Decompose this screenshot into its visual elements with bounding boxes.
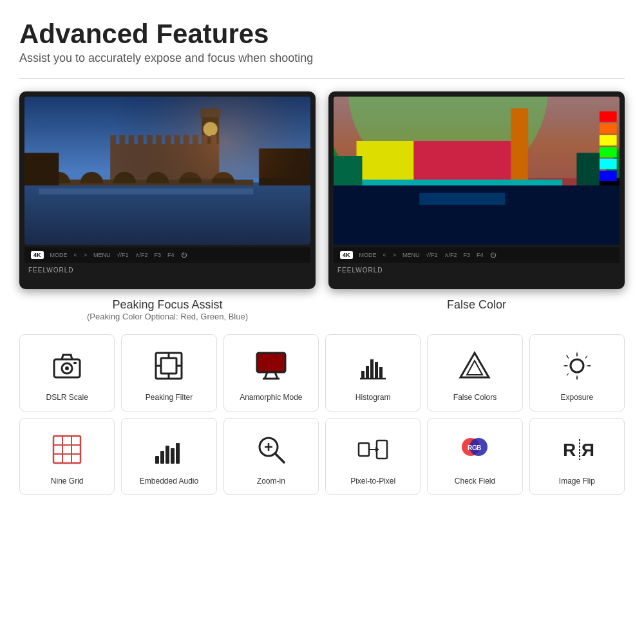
feature-nine-grid: Nine Grid — [19, 418, 115, 495]
monitor-left-block: 4K MODE < > MENU √/F1 ∧/F2 F3 F4 ⏻ FEELW… — [19, 91, 316, 321]
svg-rect-31 — [171, 448, 175, 464]
svg-rect-30 — [166, 446, 169, 464]
flip-icon: R R — [556, 429, 598, 470]
feature-false-colors: False Colors — [427, 334, 522, 412]
zoom-icon — [251, 429, 292, 470]
camera-icon — [46, 345, 88, 386]
monitor-left-outer: 4K MODE < > MENU √/F1 ∧/F2 F3 F4 ⏻ FEELW… — [19, 91, 316, 289]
monitor-right-screen — [334, 97, 620, 245]
feature-histogram-label: Histogram — [355, 393, 391, 403]
monitor-left-caption-title: Peaking Focus Assist — [87, 298, 248, 312]
feature-anamorphic-mode: Anamorphic Mode — [223, 334, 319, 412]
pixel-icon — [352, 429, 393, 470]
feature-false-colors-label: False Colors — [453, 393, 497, 403]
feature-dslr-scale-label: DSLR Scale — [46, 393, 88, 403]
monitor-right-block: 4K MODE < > MENU √/F1 ∧/F2 F3 F4 ⏻ FEELW… — [328, 91, 625, 321]
page: Advanced Features Assist you to accurate… — [0, 0, 644, 644]
svg-rect-29 — [160, 451, 164, 464]
feature-anamorphic-mode-label: Anamorphic Mode — [240, 393, 302, 403]
monitor-right-brand: FEELWORLD — [337, 264, 383, 278]
monitor-right-bar: 4K MODE < > MENU √/F1 ∧/F2 F3 F4 ⏻ — [334, 247, 620, 263]
monitor-right-badge: 4K — [340, 251, 353, 259]
feature-peaking-filter: Peaking Filter — [121, 334, 216, 412]
monitors-row: 4K MODE < > MENU √/F1 ∧/F2 F3 F4 ⏻ FEELW… — [19, 91, 625, 321]
svg-rect-19 — [379, 367, 383, 379]
svg-text:R: R — [563, 440, 576, 460]
svg-rect-37 — [359, 443, 369, 456]
svg-point-22 — [571, 359, 583, 372]
header-section: Advanced Features Assist you to accurate… — [19, 19, 625, 65]
feature-nine-grid-label: Nine Grid — [51, 477, 84, 487]
feature-image-flip: R R Image Flip — [529, 418, 625, 495]
monitor-right-bottom — [334, 280, 620, 289]
monitor-left-bar: 4K MODE < > MENU √/F1 ∧/F2 F3 F4 ⏻ — [24, 247, 310, 263]
svg-rect-5 — [161, 358, 176, 374]
header-divider — [19, 78, 625, 79]
monitor-left-brand: FEELWORLD — [28, 264, 74, 278]
svg-rect-23 — [53, 436, 80, 463]
histogram-icon — [352, 345, 393, 386]
svg-marker-20 — [460, 353, 489, 377]
svg-text:R: R — [582, 440, 594, 460]
svg-rect-32 — [176, 443, 180, 464]
svg-rect-28 — [155, 456, 159, 464]
svg-rect-10 — [257, 353, 285, 372]
svg-text:G: G — [472, 444, 477, 451]
svg-point-2 — [65, 366, 69, 370]
feature-embedded-audio: Embedded Audio — [121, 418, 216, 495]
feature-exposure-label: Exposure — [560, 393, 593, 403]
features-grid-row2: Nine Grid Embedded Audio — [19, 418, 625, 495]
svg-rect-17 — [370, 359, 374, 379]
feature-exposure: Exposure — [529, 334, 625, 412]
monitor-left-screen — [24, 97, 310, 245]
feature-pixel-to-pixel: Pixel-to-Pixel — [325, 418, 421, 495]
rgb-icon: R B G — [454, 429, 495, 470]
monitor-left-bottom — [24, 280, 310, 289]
crosshair-icon — [148, 345, 189, 386]
monitor-left-caption-sub: (Peaking Color Optional: Red, Green, Blu… — [87, 312, 248, 321]
feature-embedded-audio-label: Embedded Audio — [140, 477, 198, 487]
feature-dslr-scale: DSLR Scale — [19, 334, 115, 412]
monitor-left-caption: Peaking Focus Assist (Peaking Color Opti… — [87, 298, 248, 321]
feature-check-field-label: Check Field — [455, 477, 495, 487]
page-title: Advanced Features — [19, 19, 625, 49]
feature-peaking-filter-label: Peaking Filter — [146, 393, 193, 403]
svg-rect-18 — [375, 362, 378, 379]
feature-check-field: R B G Check Field — [427, 418, 522, 495]
features-grid-row1: DSLR Scale Peaking Filter — [19, 334, 625, 412]
audio-icon — [148, 429, 189, 470]
svg-rect-15 — [361, 371, 365, 379]
feature-pixel-to-pixel-label: Pixel-to-Pixel — [350, 477, 395, 487]
feature-histogram: Histogram — [325, 334, 421, 412]
monitor-right-caption: False Color — [447, 298, 506, 312]
monitor-right-outer: 4K MODE < > MENU √/F1 ∧/F2 F3 F4 ⏻ FEELW… — [328, 91, 625, 289]
feature-image-flip-label: Image Flip — [559, 477, 595, 487]
svg-rect-16 — [366, 366, 369, 379]
triangle-icon — [454, 345, 495, 386]
sun-icon — [556, 345, 598, 386]
feature-zoom-in-label: Zoom-in — [257, 477, 285, 487]
svg-line-34 — [275, 453, 284, 462]
feature-zoom-in: Zoom-in — [223, 418, 319, 495]
monitor-red-icon — [251, 345, 292, 386]
monitor-right-caption-title: False Color — [447, 298, 506, 312]
svg-text:B: B — [477, 444, 481, 451]
svg-rect-3 — [73, 362, 77, 364]
monitor-left-badge: 4K — [31, 251, 44, 259]
grid-icon — [46, 429, 88, 470]
page-subtitle: Assist you to accurately expose and focu… — [19, 52, 625, 65]
